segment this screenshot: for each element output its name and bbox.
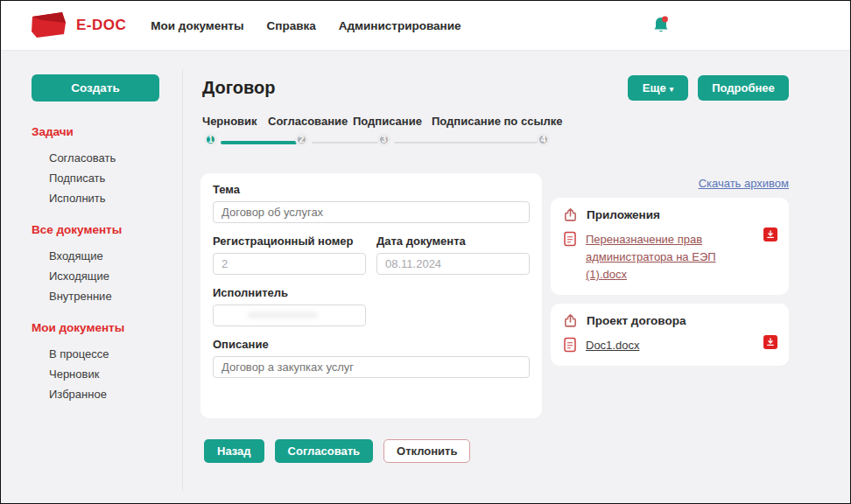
sidebar-item-in-progress[interactable]: В процессе	[32, 344, 176, 364]
step-circle-1[interactable]: 1	[204, 133, 217, 146]
attachments-card: Приложения Переназначение прав администр…	[551, 198, 789, 295]
sidebar-group-title: Все документы	[32, 223, 176, 236]
attachments-card-header: Приложения	[563, 207, 777, 222]
nav-help[interactable]: Справка	[267, 19, 316, 32]
field-description: Описание	[213, 338, 530, 378]
logo-flag-icon	[29, 10, 69, 40]
stepper-line-active	[221, 141, 297, 144]
sidebar: Создать Задачи Согласовать Подписать Исп…	[1, 51, 182, 503]
reject-button[interactable]: Отклонить	[383, 439, 470, 463]
reg-number-label: Регистрационный номер	[213, 234, 366, 248]
step-label-draft[interactable]: Черновик	[202, 115, 257, 128]
more-button-label: Еще	[643, 81, 666, 94]
draft-file-link[interactable]: Doc1.docx	[586, 337, 639, 354]
download-icon	[766, 338, 775, 346]
document-form-card: Тема Регистрационный номер Дата документ…	[200, 173, 542, 418]
nav-my-documents[interactable]: Мои документы	[151, 19, 243, 32]
more-button[interactable]: Еще▾	[628, 75, 688, 101]
download-icon	[766, 230, 775, 239]
sidebar-item-draft[interactable]: Черновик	[32, 364, 176, 384]
top-nav: Мои документы Справка Администрирование	[151, 19, 461, 32]
logo[interactable]: E-DOC	[29, 10, 126, 40]
notifications-button[interactable]	[652, 15, 670, 36]
attachments-panel: Скачать архивом Приложения	[551, 175, 789, 366]
sidebar-item-approve[interactable]: Согласовать	[32, 148, 176, 168]
stepper-line	[312, 142, 378, 144]
attachments-card-title: Приложения	[587, 208, 660, 221]
file-row: Doc1.docx	[563, 337, 777, 354]
draft-contract-card: Проект договора Doc1.docx	[551, 304, 789, 366]
step-circle-3[interactable]: 3	[377, 133, 390, 146]
doc-date-label: Дата документа	[376, 234, 530, 248]
page-title: Договор	[202, 78, 275, 98]
executor-input[interactable]	[213, 304, 366, 326]
approve-button[interactable]: Согласовать	[275, 439, 374, 463]
sidebar-item-execute[interactable]: Исполнить	[32, 188, 176, 208]
description-input[interactable]	[213, 356, 530, 378]
field-executor: Исполнитель	[213, 286, 530, 326]
subject-label: Тема	[213, 183, 530, 196]
subject-input[interactable]	[213, 201, 530, 223]
sidebar-group-all-documents: Все документы Входящие Исходящие Внутрен…	[32, 223, 176, 306]
field-subject: Тема	[213, 183, 530, 223]
executor-label: Исполнитель	[213, 286, 530, 299]
sidebar-item-outgoing[interactable]: Исходящие	[32, 266, 176, 286]
draft-contract-card-header: Проект договора	[563, 313, 777, 328]
sidebar-group-tasks: Задачи Согласовать Подписать Исполнить	[32, 125, 176, 208]
sidebar-groups: Задачи Согласовать Подписать Исполнить В…	[32, 125, 176, 419]
step-label-signing[interactable]: Подписание	[353, 115, 422, 128]
docx-file-icon	[563, 231, 577, 247]
step-circle-4[interactable]: 4	[537, 133, 550, 146]
download-archive-link[interactable]: Скачать архивом	[699, 177, 789, 190]
draft-contract-card-title: Проект договора	[587, 314, 686, 327]
field-reg-number: Регистрационный номер	[213, 234, 366, 275]
field-row: Регистрационный номер Дата документа	[213, 234, 530, 286]
app-window: E-DOC Мои документы Справка Администриро…	[0, 0, 851, 504]
doc-date-input[interactable]	[376, 253, 530, 275]
chevron-down-icon: ▾	[670, 85, 674, 94]
top-header: E-DOC Мои документы Справка Администриро…	[1, 1, 850, 51]
sidebar-group-my-documents: Мои документы В процессе Черновик Избран…	[32, 321, 176, 404]
field-doc-date: Дата документа	[376, 234, 530, 275]
sidebar-item-internal[interactable]: Внутренние	[32, 286, 176, 306]
sidebar-group-title: Задачи	[32, 125, 176, 138]
step-circle-2[interactable]: 2	[295, 133, 308, 146]
logo-text: E-DOC	[76, 17, 126, 34]
executor-input-wrap	[213, 304, 366, 326]
bell-icon	[652, 15, 670, 36]
download-file-button[interactable]	[763, 335, 777, 349]
nav-administration[interactable]: Администрирование	[339, 19, 461, 32]
upload-icon	[563, 207, 578, 222]
sidebar-item-favorites[interactable]: Избранное	[32, 384, 176, 404]
archive-link-row: Скачать архивом	[551, 175, 789, 191]
stepper-line	[394, 142, 538, 144]
sidebar-item-incoming[interactable]: Входящие	[32, 246, 176, 266]
form-actions: Назад Согласовать Отклонить	[204, 439, 470, 463]
sidebar-group-title: Мои документы	[32, 321, 176, 334]
download-file-button[interactable]	[763, 228, 777, 242]
sidebar-divider	[182, 69, 183, 491]
docx-file-icon	[563, 337, 577, 353]
back-button[interactable]: Назад	[204, 439, 264, 463]
step-label-signing-by-link[interactable]: Подписание по ссылке	[432, 115, 562, 128]
reg-number-input[interactable]	[213, 253, 366, 275]
attachment-file-link[interactable]: Переназначение прав администратора на ЕЭ…	[586, 231, 752, 284]
create-button[interactable]: Создать	[32, 74, 159, 102]
step-label-approval[interactable]: Согласование	[268, 115, 348, 128]
details-button[interactable]: Подробнее	[698, 75, 789, 101]
stepper-track: 1 2 3 4	[202, 133, 561, 152]
notification-badge	[662, 17, 668, 23]
sidebar-item-sign[interactable]: Подписать	[32, 168, 176, 188]
description-label: Описание	[213, 338, 530, 351]
upload-icon	[563, 313, 578, 328]
file-row: Переназначение прав администратора на ЕЭ…	[563, 231, 777, 284]
